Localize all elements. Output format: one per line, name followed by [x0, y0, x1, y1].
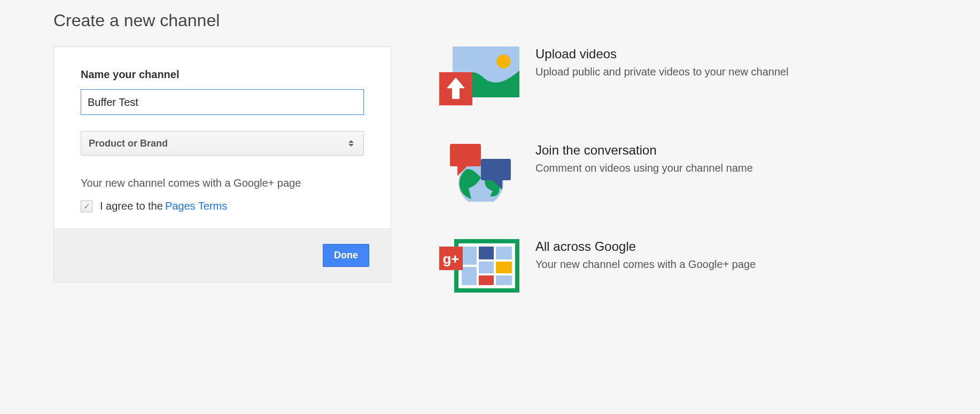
svg-rect-8	[462, 247, 477, 265]
feature-gplus: g+ All across Google Your new channel co…	[439, 239, 948, 298]
feature-conversation-title: Join the conversation	[535, 143, 753, 158]
features-list: Upload videos Upload public and private …	[439, 47, 948, 298]
checkmark-icon: ✓	[83, 202, 90, 211]
feature-conversation: Join the conversation Comment on videos …	[439, 143, 948, 202]
conversation-icon	[439, 143, 519, 202]
feature-upload-desc: Upload public and private videos to your…	[535, 66, 789, 78]
svg-text:g+: g+	[442, 251, 459, 267]
agree-prefix-text: I agree to the	[100, 200, 163, 212]
feature-gplus-title: All across Google	[535, 239, 756, 254]
svg-rect-10	[479, 247, 494, 259]
category-select-value: Product or Brand	[89, 138, 348, 149]
done-button[interactable]: Done	[323, 244, 369, 267]
feature-conversation-desc: Comment on videos using your channel nam…	[535, 162, 753, 174]
svg-point-1	[496, 55, 510, 68]
create-channel-card: Name your channel Product or Brand Your …	[53, 47, 391, 282]
svg-rect-14	[479, 275, 494, 285]
channel-name-input[interactable]	[81, 89, 364, 115]
agree-terms-row: ✓ I agree to the Pages Terms	[81, 200, 364, 212]
svg-rect-12	[479, 262, 494, 273]
page-title: Create a new channel	[53, 11, 948, 30]
sort-arrows-icon	[348, 138, 356, 149]
svg-rect-5	[481, 159, 511, 180]
gplus-grid-icon: g+	[439, 239, 519, 298]
feature-upload: Upload videos Upload public and private …	[439, 47, 948, 105]
card-footer: Done	[54, 228, 391, 282]
feature-gplus-desc: Your new channel comes with a Google+ pa…	[535, 258, 756, 271]
upload-photo-icon	[439, 47, 519, 105]
svg-rect-9	[462, 267, 477, 285]
gplus-info-text: Your new channel comes with a Google+ pa…	[81, 177, 364, 189]
svg-rect-11	[496, 247, 512, 259]
channel-name-label: Name your channel	[81, 68, 364, 81]
agree-checkbox[interactable]: ✓	[81, 201, 92, 212]
svg-rect-4	[450, 144, 481, 166]
pages-terms-link[interactable]: Pages Terms	[165, 200, 227, 212]
category-select[interactable]: Product or Brand	[81, 131, 364, 156]
svg-rect-15	[496, 275, 512, 285]
svg-rect-13	[496, 262, 512, 273]
feature-upload-title: Upload videos	[535, 47, 789, 62]
